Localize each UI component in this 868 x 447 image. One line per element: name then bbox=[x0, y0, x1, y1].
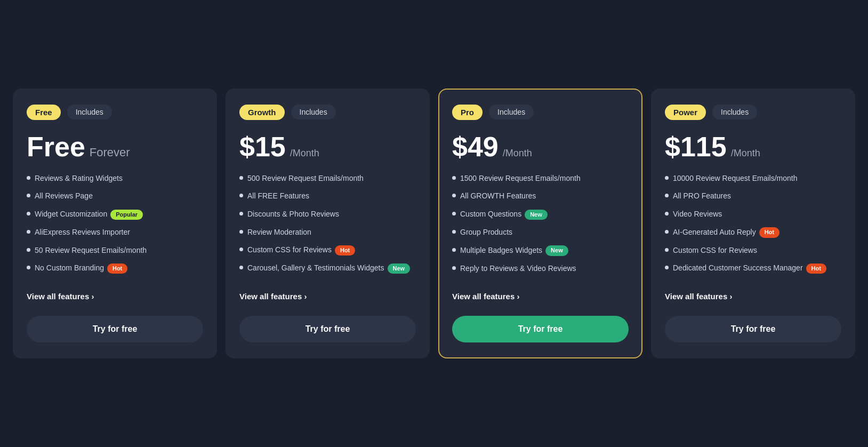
bullet-icon bbox=[452, 248, 456, 252]
plan-card-growth: GrowthIncludes$15/Month500 Review Reques… bbox=[226, 89, 430, 358]
bullet-icon bbox=[452, 176, 456, 180]
view-features-link-pro[interactable]: View all features › bbox=[452, 292, 629, 301]
price-amount-pro: $49 bbox=[452, 133, 499, 161]
bullet-icon bbox=[665, 212, 669, 215]
feature-text-free-2: Widget CustomizationPopular bbox=[35, 209, 203, 220]
feature-text-power-1: All PRO Features bbox=[673, 191, 841, 202]
feature-text-power-2: Video Reviews bbox=[673, 209, 841, 220]
feature-text-free-5: No Custom BrandingHot bbox=[35, 263, 203, 274]
pricing-container: FreeIncludesFreeForeverReviews & Rating … bbox=[13, 89, 855, 358]
plan-badge-free: Free bbox=[27, 105, 61, 120]
feature-text-power-4: Custom CSS for Reviews bbox=[673, 245, 841, 256]
plan-badge-growth: Growth bbox=[239, 105, 285, 120]
plan-card-free: FreeIncludesFreeForeverReviews & Rating … bbox=[13, 89, 217, 358]
feature-item-power-3: AI-Generated Auto ReplyHot bbox=[665, 227, 841, 238]
feature-item-power-4: Custom CSS for Reviews bbox=[665, 245, 841, 256]
feature-text-growth-0: 500 Review Request Emails/month bbox=[247, 173, 416, 184]
features-list-growth: 500 Review Request Emails/monthAll FREE … bbox=[239, 173, 416, 281]
bullet-icon bbox=[27, 266, 30, 269]
feature-item-power-0: 10000 Review Request Emails/month bbox=[665, 173, 841, 184]
feature-text-pro-4: Multiple Badges WidgetsNew bbox=[460, 245, 629, 256]
price-amount-growth: $15 bbox=[239, 133, 286, 161]
feature-text-growth-4: Custom CSS for ReviewsHot bbox=[247, 245, 416, 256]
feature-item-power-2: Video Reviews bbox=[665, 209, 841, 220]
feature-item-pro-1: All GROWTH Features bbox=[452, 191, 629, 202]
feature-item-growth-4: Custom CSS for ReviewsHot bbox=[239, 245, 416, 256]
feature-text-pro-1: All GROWTH Features bbox=[460, 191, 629, 202]
price-amount-free: Free bbox=[27, 133, 85, 161]
bullet-icon bbox=[239, 248, 243, 251]
bullet-icon bbox=[27, 176, 30, 180]
bullet-icon bbox=[239, 176, 243, 180]
feature-item-growth-1: All FREE Features bbox=[239, 191, 416, 202]
plan-badge-power: Power bbox=[665, 105, 706, 120]
feature-item-power-1: All PRO Features bbox=[665, 191, 841, 202]
card-header-power: PowerIncludes bbox=[665, 105, 841, 120]
includes-badge-free[interactable]: Includes bbox=[67, 105, 112, 119]
feature-tag-power-5: Hot bbox=[806, 264, 826, 274]
bullet-icon bbox=[452, 212, 456, 215]
feature-item-free-1: All Reviews Page bbox=[27, 191, 203, 202]
plan-badge-pro: Pro bbox=[452, 105, 483, 120]
feature-text-pro-3: Group Products bbox=[460, 227, 629, 238]
feature-text-pro-5: Reply to Reviews & Video Reviews bbox=[460, 264, 629, 274]
feature-text-free-4: 50 Review Request Emails/month bbox=[35, 245, 203, 256]
bullet-icon bbox=[665, 176, 669, 180]
bullet-icon bbox=[27, 194, 30, 197]
view-features-link-free[interactable]: View all features › bbox=[27, 292, 203, 301]
feature-item-pro-5: Reply to Reviews & Video Reviews bbox=[452, 264, 629, 274]
feature-item-free-3: AliExpress Reviews Importer bbox=[27, 227, 203, 238]
feature-tag-pro-2: New bbox=[525, 210, 548, 220]
feature-text-growth-5: Carousel, Gallery & Testimonials Widgets… bbox=[247, 263, 416, 274]
card-header-pro: ProIncludes bbox=[452, 105, 629, 120]
includes-badge-pro[interactable]: Includes bbox=[489, 105, 534, 119]
feature-item-pro-3: Group Products bbox=[452, 227, 629, 238]
try-button-growth[interactable]: Try for free bbox=[239, 316, 416, 342]
features-list-power: 10000 Review Request Emails/monthAll PRO… bbox=[665, 173, 841, 281]
feature-item-power-5: Dedicated Customer Success ManagerHot bbox=[665, 263, 841, 274]
bullet-icon bbox=[239, 266, 243, 269]
feature-tag-growth-4: Hot bbox=[335, 245, 355, 256]
feature-text-power-3: AI-Generated Auto ReplyHot bbox=[673, 227, 841, 238]
includes-badge-power[interactable]: Includes bbox=[712, 105, 757, 119]
price-period-growth: /Month bbox=[290, 148, 319, 159]
feature-text-growth-2: Discounts & Photo Reviews bbox=[247, 209, 416, 220]
try-button-free[interactable]: Try for free bbox=[27, 316, 203, 342]
bullet-icon bbox=[239, 212, 243, 215]
price-period-pro: /Month bbox=[503, 148, 532, 159]
card-header-growth: GrowthIncludes bbox=[239, 105, 416, 120]
feature-tag-free-2: Popular bbox=[110, 210, 143, 220]
price-row-power: $115/Month bbox=[665, 133, 841, 161]
bullet-icon bbox=[452, 194, 456, 197]
feature-text-pro-2: Custom QuestionsNew bbox=[460, 209, 629, 220]
bullet-icon bbox=[239, 230, 243, 234]
feature-item-free-2: Widget CustomizationPopular bbox=[27, 209, 203, 220]
plan-card-power: PowerIncludes$115/Month10000 Review Requ… bbox=[651, 89, 855, 358]
feature-text-power-0: 10000 Review Request Emails/month bbox=[673, 173, 841, 184]
feature-tag-pro-4: New bbox=[545, 245, 568, 256]
price-row-pro: $49/Month bbox=[452, 133, 629, 161]
feature-text-pro-0: 1500 Review Request Emails/month bbox=[460, 173, 629, 184]
includes-badge-growth[interactable]: Includes bbox=[291, 105, 336, 119]
feature-text-power-5: Dedicated Customer Success ManagerHot bbox=[673, 263, 841, 274]
feature-item-pro-4: Multiple Badges WidgetsNew bbox=[452, 245, 629, 256]
view-features-link-power[interactable]: View all features › bbox=[665, 292, 841, 301]
feature-item-free-0: Reviews & Rating Widgets bbox=[27, 173, 203, 184]
bullet-icon bbox=[665, 266, 669, 269]
price-amount-power: $115 bbox=[665, 133, 727, 161]
plan-card-pro: ProIncludes$49/Month1500 Review Request … bbox=[438, 89, 642, 358]
price-period-free: Forever bbox=[90, 146, 130, 159]
price-period-power: /Month bbox=[731, 148, 760, 159]
card-header-free: FreeIncludes bbox=[27, 105, 203, 120]
feature-tag-power-3: Hot bbox=[759, 227, 779, 237]
feature-text-growth-1: All FREE Features bbox=[247, 191, 416, 202]
feature-tag-growth-5: New bbox=[388, 264, 411, 274]
price-row-growth: $15/Month bbox=[239, 133, 416, 161]
bullet-icon bbox=[27, 212, 30, 215]
try-button-power[interactable]: Try for free bbox=[665, 316, 841, 342]
view-features-link-growth[interactable]: View all features › bbox=[239, 292, 416, 301]
feature-text-free-3: AliExpress Reviews Importer bbox=[35, 227, 203, 238]
bullet-icon bbox=[665, 194, 669, 197]
bullet-icon bbox=[665, 248, 669, 252]
try-button-pro[interactable]: Try for free bbox=[452, 316, 629, 342]
